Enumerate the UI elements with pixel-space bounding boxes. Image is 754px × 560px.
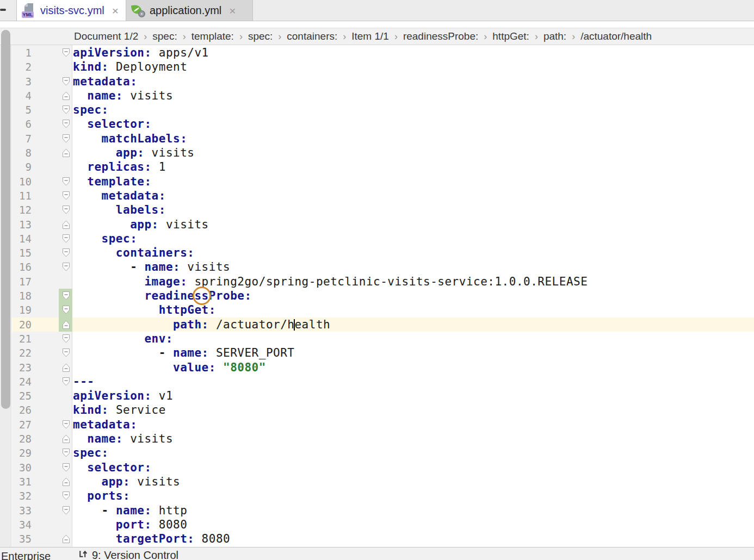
scrollbar-thumb[interactable] xyxy=(1,30,10,409)
editor-line[interactable]: 3metadata: xyxy=(12,74,754,89)
editor-line[interactable]: 10 template: xyxy=(12,175,754,189)
tab-visits-svc-yml[interactable]: YML visits-svc.yml × xyxy=(16,0,126,21)
code-editor[interactable]: 1apiVersion: apps/v12kind: Deployment3me… xyxy=(12,45,754,547)
line-number[interactable]: 30 xyxy=(12,461,32,475)
fold-marker-down-icon[interactable] xyxy=(63,291,70,300)
fold-marker-down-icon[interactable] xyxy=(63,463,70,472)
breadcrumb-item[interactable]: spec: xyxy=(152,30,177,42)
editor-line[interactable]: 27metadata: xyxy=(12,418,754,432)
fold-marker-down-icon[interactable] xyxy=(63,449,70,457)
editor-line[interactable]: 1apiVersion: apps/v1 xyxy=(12,46,754,60)
line-number[interactable]: 34 xyxy=(12,518,32,532)
line-number[interactable]: 25 xyxy=(12,389,32,403)
breadcrumb-item[interactable]: /actuator/health xyxy=(580,30,652,42)
editor-line[interactable]: 9 replicas: 1 xyxy=(12,160,754,174)
fold-marker-down-icon[interactable] xyxy=(63,120,70,128)
editor-line[interactable]: 25apiVersion: v1 xyxy=(12,389,754,403)
line-number[interactable]: 2 xyxy=(12,60,32,74)
fold-marker-down-icon[interactable] xyxy=(63,177,70,186)
editor-line[interactable]: 32 ports: xyxy=(12,489,754,503)
tab-application-yml[interactable]: application.yml × xyxy=(126,0,253,21)
editor-line[interactable]: 35 targetPort: 8080 xyxy=(12,532,754,546)
fold-marker-up-icon[interactable] xyxy=(63,220,70,229)
line-number[interactable]: 26 xyxy=(12,403,32,417)
breadcrumb-item[interactable]: spec: xyxy=(248,30,273,42)
editor-line[interactable]: 11 metadata: xyxy=(12,189,754,203)
breadcrumb-item[interactable]: readinessProbe: xyxy=(403,30,478,42)
editor-line[interactable]: 14 spec: xyxy=(12,232,754,246)
line-number[interactable]: 35 xyxy=(12,532,32,546)
editor-line[interactable]: 20 path: /actuator/health xyxy=(12,318,754,332)
line-number[interactable]: 23 xyxy=(12,360,32,375)
line-number[interactable]: 32 xyxy=(12,489,32,503)
fold-marker-down-icon[interactable] xyxy=(63,349,70,357)
breadcrumb-item[interactable]: template: xyxy=(191,30,234,42)
line-number[interactable]: 18 xyxy=(12,289,32,303)
editor-line[interactable]: 15 containers: xyxy=(12,246,754,260)
line-number[interactable]: 17 xyxy=(12,275,32,289)
fold-marker-down-icon[interactable] xyxy=(63,105,70,114)
editor-line[interactable]: 28 name: visits xyxy=(12,432,754,446)
line-number[interactable]: 20 xyxy=(12,318,32,332)
editor-line[interactable]: 23 value: "8080" xyxy=(12,360,754,375)
editor-line[interactable]: 2kind: Deployment xyxy=(12,60,754,74)
editor-line[interactable]: 31 app: visits xyxy=(12,475,754,489)
fold-marker-down-icon[interactable] xyxy=(63,206,70,214)
editor-line[interactable]: 18 readinessProbe: xyxy=(12,289,754,303)
version-control-toolwindow-button[interactable]: 9: Version Control xyxy=(78,549,178,560)
line-number[interactable]: 3 xyxy=(12,74,32,89)
editor-line[interactable]: 17 image: spring2go/spring-petclinic-vis… xyxy=(12,275,754,289)
line-number[interactable]: 12 xyxy=(12,203,32,217)
fold-marker-down-icon[interactable] xyxy=(63,306,70,314)
fold-marker-up-icon[interactable] xyxy=(63,434,70,443)
breadcrumb-item[interactable]: httpGet: xyxy=(492,30,529,42)
fold-marker-down-icon[interactable] xyxy=(63,263,70,271)
editor-line[interactable]: 21 env: xyxy=(12,332,754,346)
line-number[interactable]: 33 xyxy=(12,503,32,518)
fold-marker-up-icon[interactable] xyxy=(63,363,70,372)
close-icon[interactable]: × xyxy=(112,5,119,16)
editor-line[interactable]: 33 - name: http xyxy=(12,503,754,518)
line-number[interactable]: 4 xyxy=(12,89,32,103)
fold-marker-down-icon[interactable] xyxy=(63,248,70,257)
fold-marker-up-icon[interactable] xyxy=(63,320,70,329)
editor-line[interactable]: 12 labels: xyxy=(12,203,754,217)
line-number[interactable]: 22 xyxy=(12,346,32,360)
fold-marker-down-icon[interactable] xyxy=(63,234,70,243)
line-number[interactable]: 6 xyxy=(12,117,32,131)
fold-marker-down-icon[interactable] xyxy=(63,48,70,57)
editor-line[interactable]: 22 - name: SERVER_PORT xyxy=(12,346,754,360)
line-number[interactable]: 29 xyxy=(12,446,32,460)
editor-line[interactable]: 26kind: Service xyxy=(12,403,754,417)
breadcrumb-item[interactable]: Item 1/1 xyxy=(351,30,389,42)
editor-line[interactable]: 4 name: visits xyxy=(12,89,754,103)
editor-line[interactable]: 13 app: visits xyxy=(12,217,754,232)
line-number[interactable]: 13 xyxy=(12,217,32,232)
breadcrumb-item[interactable]: containers: xyxy=(287,30,337,42)
line-number[interactable]: 9 xyxy=(12,160,32,174)
fold-marker-down-icon[interactable] xyxy=(63,191,70,200)
fold-marker-up-icon[interactable] xyxy=(63,534,70,543)
editor-line[interactable]: 5spec: xyxy=(12,103,754,117)
line-number[interactable]: 31 xyxy=(12,475,32,489)
line-number[interactable]: 15 xyxy=(12,246,32,260)
editor-line[interactable]: 34 port: 8080 xyxy=(12,518,754,532)
line-number[interactable]: 7 xyxy=(12,132,32,146)
line-number[interactable]: 24 xyxy=(12,375,32,389)
line-number[interactable]: 19 xyxy=(12,303,32,317)
fold-marker-up-icon[interactable] xyxy=(63,91,70,100)
fold-marker-down-icon[interactable] xyxy=(63,134,70,143)
fold-marker-down-icon[interactable] xyxy=(63,377,70,386)
editor-line[interactable]: 19 httpGet: xyxy=(12,303,754,317)
close-icon[interactable]: × xyxy=(229,5,236,16)
line-number[interactable]: 14 xyxy=(12,232,32,246)
editor-line[interactable]: 29spec: xyxy=(12,446,754,460)
editor-line[interactable]: 24--- xyxy=(12,375,754,389)
editor-line[interactable]: 6 selector: xyxy=(12,117,754,131)
fold-marker-down-icon[interactable] xyxy=(63,77,70,86)
editor-line[interactable]: 16 - name: visits xyxy=(12,260,754,274)
editor-line[interactable]: 30 selector: xyxy=(12,461,754,475)
line-number[interactable]: 11 xyxy=(12,189,32,203)
editor-line[interactable]: 8 app: visits xyxy=(12,146,754,160)
line-number[interactable]: 16 xyxy=(12,260,32,274)
